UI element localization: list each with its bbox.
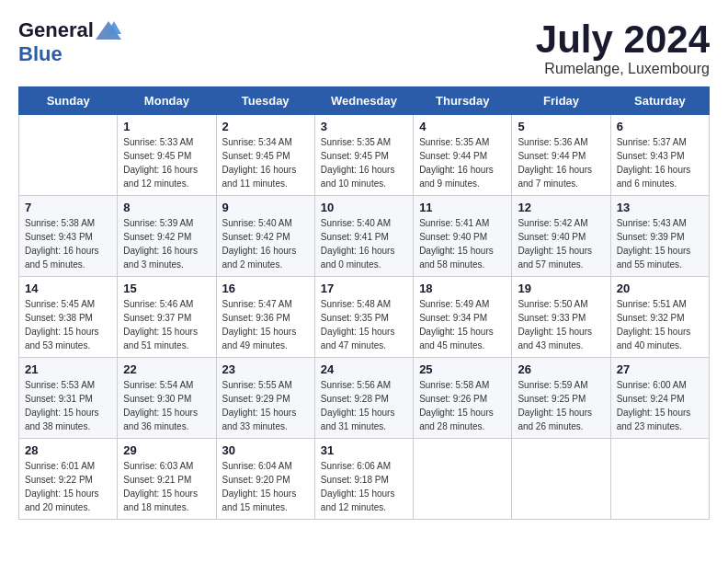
calendar-cell: 18Sunrise: 5:49 AM Sunset: 9:34 PM Dayli… (414, 277, 512, 358)
calendar-cell: 8Sunrise: 5:39 AM Sunset: 9:42 PM Daylig… (118, 196, 216, 277)
day-number: 19 (518, 282, 604, 295)
calendar-cell: 5Sunrise: 5:36 AM Sunset: 9:44 PM Daylig… (512, 115, 610, 196)
day-info: Sunrise: 6:03 AM Sunset: 9:21 PM Dayligh… (123, 459, 210, 514)
logo-icon (96, 21, 121, 40)
calendar-table: SundayMondayTuesdayWednesdayThursdayFrid… (18, 86, 710, 520)
calendar-cell: 14Sunrise: 5:45 AM Sunset: 9:38 PM Dayli… (19, 277, 118, 358)
day-info: Sunrise: 6:00 AM Sunset: 9:24 PM Dayligh… (617, 378, 703, 433)
calendar-cell: 9Sunrise: 5:40 AM Sunset: 9:42 PM Daylig… (216, 196, 314, 277)
day-info: Sunrise: 6:01 AM Sunset: 9:22 PM Dayligh… (25, 459, 111, 514)
day-info: Sunrise: 5:36 AM Sunset: 9:44 PM Dayligh… (518, 135, 604, 190)
page-header: General Blue July 2024 Rumelange, Luxemb… (18, 18, 710, 77)
calendar-cell: 25Sunrise: 5:58 AM Sunset: 9:26 PM Dayli… (414, 358, 512, 439)
day-info: Sunrise: 5:40 AM Sunset: 9:42 PM Dayligh… (222, 216, 309, 271)
calendar-cell: 29Sunrise: 6:03 AM Sunset: 9:21 PM Dayli… (118, 439, 216, 520)
calendar-cell: 3Sunrise: 5:35 AM Sunset: 9:45 PM Daylig… (314, 115, 413, 196)
day-info: Sunrise: 6:06 AM Sunset: 9:18 PM Dayligh… (321, 459, 407, 514)
day-number: 17 (321, 282, 407, 295)
calendar-week-row: 7Sunrise: 5:38 AM Sunset: 9:43 PM Daylig… (19, 196, 710, 277)
day-number: 27 (617, 362, 703, 376)
day-number: 6 (617, 120, 703, 133)
day-number: 26 (518, 362, 604, 376)
day-info: Sunrise: 5:42 AM Sunset: 9:40 PM Dayligh… (518, 216, 604, 271)
calendar-cell: 17Sunrise: 5:48 AM Sunset: 9:35 PM Dayli… (314, 277, 413, 358)
day-number: 13 (617, 201, 703, 214)
day-info: Sunrise: 5:35 AM Sunset: 9:44 PM Dayligh… (419, 135, 506, 190)
calendar-cell: 23Sunrise: 5:55 AM Sunset: 9:29 PM Dayli… (216, 358, 314, 439)
day-number: 22 (123, 362, 210, 376)
calendar-cell: 28Sunrise: 6:01 AM Sunset: 9:22 PM Dayli… (19, 439, 118, 520)
day-number: 9 (222, 201, 309, 214)
day-number: 21 (25, 362, 111, 376)
day-info: Sunrise: 5:50 AM Sunset: 9:33 PM Dayligh… (518, 297, 604, 352)
day-number: 24 (321, 362, 407, 376)
day-info: Sunrise: 5:37 AM Sunset: 9:43 PM Dayligh… (617, 135, 703, 190)
calendar-cell: 24Sunrise: 5:56 AM Sunset: 9:28 PM Dayli… (314, 358, 413, 439)
calendar-cell: 10Sunrise: 5:40 AM Sunset: 9:41 PM Dayli… (314, 196, 413, 277)
day-info: Sunrise: 6:04 AM Sunset: 9:20 PM Dayligh… (222, 459, 309, 514)
calendar-cell: 31Sunrise: 6:06 AM Sunset: 9:18 PM Dayli… (314, 439, 413, 520)
calendar-cell (414, 439, 512, 520)
day-info: Sunrise: 5:40 AM Sunset: 9:41 PM Dayligh… (321, 216, 407, 271)
day-info: Sunrise: 5:53 AM Sunset: 9:31 PM Dayligh… (25, 378, 111, 433)
calendar-cell: 1Sunrise: 5:33 AM Sunset: 9:45 PM Daylig… (118, 115, 216, 196)
weekday-header-wednesday: Wednesday (314, 87, 413, 115)
calendar-cell: 21Sunrise: 5:53 AM Sunset: 9:31 PM Dayli… (19, 358, 118, 439)
calendar-cell: 20Sunrise: 5:51 AM Sunset: 9:32 PM Dayli… (610, 277, 709, 358)
day-number: 20 (617, 282, 703, 295)
weekday-header-tuesday: Tuesday (216, 87, 314, 115)
day-info: Sunrise: 5:39 AM Sunset: 9:42 PM Dayligh… (123, 216, 210, 271)
day-info: Sunrise: 5:54 AM Sunset: 9:30 PM Dayligh… (123, 378, 210, 433)
weekday-header-thursday: Thursday (414, 87, 512, 115)
weekday-header-saturday: Saturday (610, 87, 709, 115)
day-info: Sunrise: 5:34 AM Sunset: 9:45 PM Dayligh… (222, 135, 309, 190)
calendar-header-row: SundayMondayTuesdayWednesdayThursdayFrid… (19, 87, 710, 115)
day-number: 8 (123, 201, 210, 214)
calendar-cell: 15Sunrise: 5:46 AM Sunset: 9:37 PM Dayli… (118, 277, 216, 358)
calendar-cell: 2Sunrise: 5:34 AM Sunset: 9:45 PM Daylig… (216, 115, 314, 196)
day-number: 4 (419, 120, 506, 133)
day-info: Sunrise: 5:41 AM Sunset: 9:40 PM Dayligh… (419, 216, 506, 271)
title-section: July 2024 Rumelange, Luxembourg (536, 18, 710, 77)
location-subtitle: Rumelange, Luxembourg (536, 61, 710, 77)
day-number: 7 (25, 201, 111, 214)
day-number: 10 (321, 201, 407, 214)
calendar-week-row: 14Sunrise: 5:45 AM Sunset: 9:38 PM Dayli… (19, 277, 710, 358)
day-number: 14 (25, 282, 111, 295)
weekday-header-monday: Monday (118, 87, 216, 115)
calendar-cell: 26Sunrise: 5:59 AM Sunset: 9:25 PM Dayli… (512, 358, 610, 439)
day-info: Sunrise: 5:51 AM Sunset: 9:32 PM Dayligh… (617, 297, 703, 352)
day-info: Sunrise: 5:58 AM Sunset: 9:26 PM Dayligh… (419, 378, 506, 433)
calendar-cell: 30Sunrise: 6:04 AM Sunset: 9:20 PM Dayli… (216, 439, 314, 520)
calendar-cell: 19Sunrise: 5:50 AM Sunset: 9:33 PM Dayli… (512, 277, 610, 358)
day-number: 5 (518, 120, 604, 133)
day-info: Sunrise: 5:49 AM Sunset: 9:34 PM Dayligh… (419, 297, 506, 352)
calendar-cell: 11Sunrise: 5:41 AM Sunset: 9:40 PM Dayli… (414, 196, 512, 277)
calendar-week-row: 1Sunrise: 5:33 AM Sunset: 9:45 PM Daylig… (19, 115, 710, 196)
day-info: Sunrise: 5:38 AM Sunset: 9:43 PM Dayligh… (25, 216, 111, 271)
logo-general-text: General (18, 18, 94, 42)
logo-blue-text: Blue (18, 42, 63, 66)
calendar-week-row: 28Sunrise: 6:01 AM Sunset: 9:22 PM Dayli… (19, 439, 710, 520)
calendar-cell: 27Sunrise: 6:00 AM Sunset: 9:24 PM Dayli… (610, 358, 709, 439)
day-info: Sunrise: 5:59 AM Sunset: 9:25 PM Dayligh… (518, 378, 604, 433)
day-number: 28 (25, 443, 111, 457)
calendar-cell (610, 439, 709, 520)
weekday-header-friday: Friday (512, 87, 610, 115)
day-number: 2 (222, 120, 309, 133)
day-info: Sunrise: 5:33 AM Sunset: 9:45 PM Dayligh… (123, 135, 210, 190)
calendar-week-row: 21Sunrise: 5:53 AM Sunset: 9:31 PM Dayli… (19, 358, 710, 439)
day-info: Sunrise: 5:35 AM Sunset: 9:45 PM Dayligh… (321, 135, 407, 190)
calendar-cell: 16Sunrise: 5:47 AM Sunset: 9:36 PM Dayli… (216, 277, 314, 358)
day-number: 25 (419, 362, 506, 376)
day-number: 30 (222, 443, 309, 457)
calendar-cell: 4Sunrise: 5:35 AM Sunset: 9:44 PM Daylig… (414, 115, 512, 196)
day-number: 18 (419, 282, 506, 295)
day-info: Sunrise: 5:45 AM Sunset: 9:38 PM Dayligh… (25, 297, 111, 352)
calendar-cell (512, 439, 610, 520)
month-title: July 2024 (536, 18, 710, 61)
day-number: 16 (222, 282, 309, 295)
calendar-cell: 7Sunrise: 5:38 AM Sunset: 9:43 PM Daylig… (19, 196, 118, 277)
day-info: Sunrise: 5:47 AM Sunset: 9:36 PM Dayligh… (222, 297, 309, 352)
day-number: 31 (321, 443, 407, 457)
